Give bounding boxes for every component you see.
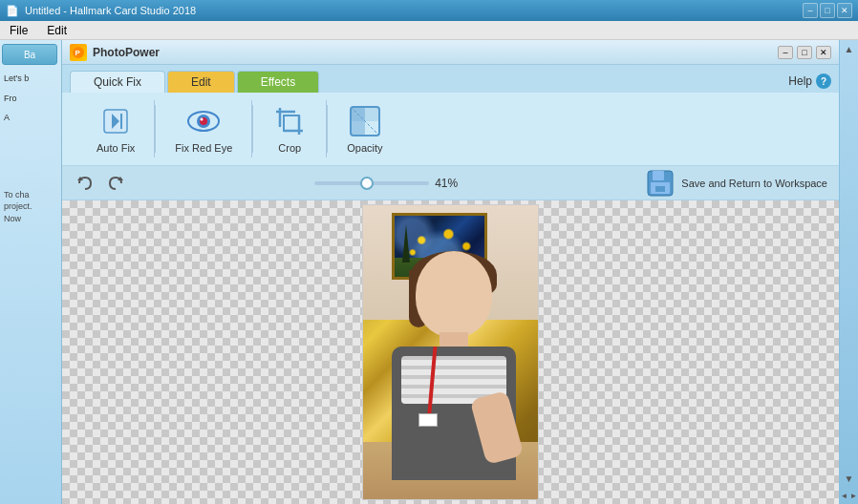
photo-frame	[362, 204, 539, 500]
person-badge	[418, 413, 438, 427]
tool-crop[interactable]: Crop	[253, 100, 327, 158]
sidebar-note-2: Fro	[2, 89, 59, 109]
svg-rect-11	[284, 116, 299, 131]
opacity-icon	[348, 104, 382, 138]
help-badge[interactable]: ?	[816, 74, 831, 89]
sidebar-note-1: Let's b	[2, 69, 59, 89]
undo-button[interactable]	[74, 172, 97, 195]
title-bar: 📄 Untitled - Hallmark Card Studio 2018 –…	[0, 0, 858, 21]
menu-edit[interactable]: Edit	[41, 24, 73, 37]
zoom-slider[interactable]	[314, 181, 429, 185]
svg-point-8	[201, 118, 204, 121]
tools-area: Auto Fix Fix Red Eye	[62, 93, 839, 166]
redo-button[interactable]	[104, 172, 127, 195]
window-title: Untitled - Hallmark Card Studio 2018	[25, 5, 196, 16]
menu-file[interactable]: File	[4, 24, 33, 37]
title-bar-controls: – □ ✕	[803, 3, 852, 18]
app-icon: P	[70, 44, 87, 61]
slider-area: 41%	[135, 177, 637, 190]
outer-window: 📄 Untitled - Hallmark Card Studio 2018 –…	[0, 0, 858, 504]
close-button[interactable]: ✕	[837, 3, 852, 18]
left-sidebar: Ba Let's b Fro A To chaproject.Now	[0, 40, 62, 504]
tool-opacity[interactable]: Opacity	[328, 100, 401, 158]
photo-power-panel: P PhotoPower – □ ✕ Quick Fix Edit Effect…	[62, 40, 839, 504]
crop-icon	[272, 104, 307, 138]
person-head	[416, 251, 492, 337]
person-selfie	[382, 251, 528, 480]
minimize-button[interactable]: –	[803, 3, 818, 18]
svg-text:P: P	[75, 49, 81, 57]
save-label: Save and Return to Workspace	[681, 178, 827, 189]
tab-edit[interactable]: Edit	[167, 71, 235, 93]
fix-red-eye-label: Fix Red Eye	[175, 142, 232, 154]
menu-bar: File Edit	[0, 21, 858, 40]
help-area: Help ?	[788, 74, 831, 93]
sidebar-note-3: A	[2, 108, 59, 128]
svg-rect-22	[655, 186, 665, 192]
svg-rect-16	[351, 107, 379, 121]
pp-title-left: P PhotoPower	[70, 44, 160, 61]
back-button[interactable]: Ba	[2, 44, 57, 65]
right-sidebar: ▲ ▼ ◄ ►	[839, 40, 858, 504]
sidebar-note-4: To chaproject.Now	[2, 185, 59, 229]
scroll-right-arrow[interactable]: ►	[850, 492, 858, 500]
pp-title-controls: – □ ✕	[778, 46, 831, 59]
tab-bar: Quick Fix Edit Effects Help ?	[62, 65, 839, 93]
fix-red-eye-icon	[186, 104, 221, 138]
photo-inner	[363, 205, 538, 499]
tool-auto-fix[interactable]: Auto Fix	[77, 100, 155, 158]
canvas-area	[62, 200, 839, 504]
tab-effects[interactable]: Effects	[237, 71, 319, 93]
pp-title-bar: P PhotoPower – □ ✕	[62, 40, 839, 65]
toolbar-row: 41% Save and Return to Workspace	[62, 166, 839, 200]
scroll-left-arrow[interactable]: ◄	[841, 492, 848, 500]
zoom-value: 41%	[435, 177, 458, 190]
save-icon	[645, 168, 676, 199]
maximize-button[interactable]: □	[820, 3, 835, 18]
pp-minimize-button[interactable]: –	[778, 46, 793, 59]
tool-fix-red-eye[interactable]: Fix Red Eye	[156, 100, 252, 158]
app-name: PhotoPower	[93, 46, 160, 59]
slider-thumb[interactable]	[360, 177, 374, 190]
opacity-label: Opacity	[347, 142, 382, 154]
scroll-up-arrow[interactable]: ▲	[845, 44, 854, 54]
pp-maximize-button[interactable]: □	[797, 46, 812, 59]
save-button[interactable]: Save and Return to Workspace	[645, 168, 827, 199]
svg-rect-20	[653, 171, 664, 180]
main-layout: Ba Let's b Fro A To chaproject.Now P Pho…	[0, 40, 858, 504]
tab-quickfix[interactable]: Quick Fix	[70, 71, 165, 93]
title-bar-left: 📄 Untitled - Hallmark Card Studio 2018	[6, 5, 196, 17]
help-label[interactable]: Help	[788, 74, 812, 88]
pp-close-button[interactable]: ✕	[816, 46, 831, 59]
auto-fix-label: Auto Fix	[97, 142, 135, 154]
auto-fix-icon	[98, 104, 133, 138]
crop-label: Crop	[278, 142, 301, 154]
scroll-down-arrow[interactable]: ▼	[845, 473, 854, 484]
